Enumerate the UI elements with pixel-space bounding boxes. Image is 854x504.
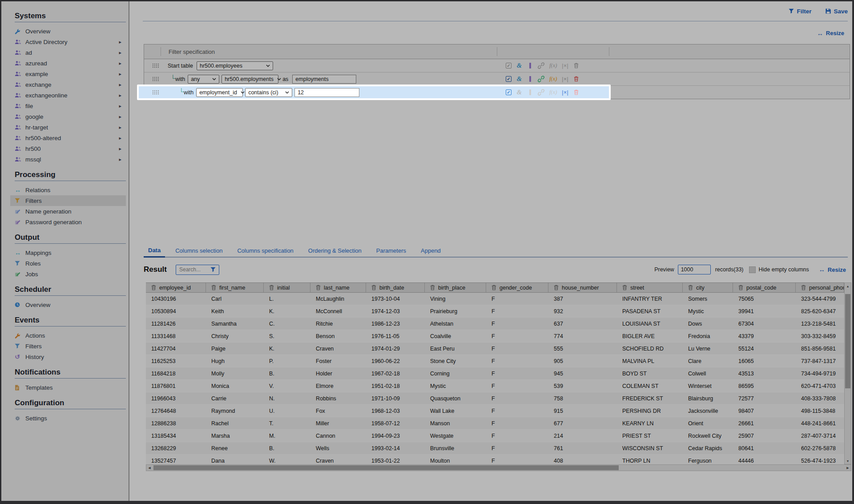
table-row[interactable]: 11966043CarrieN.Robbins1971-10-09Quasque… [146,392,844,405]
tab-parameters[interactable]: Parameters [372,244,411,257]
exclude-icon[interactable]: |×| [562,63,568,69]
tab-columns-specification[interactable]: Columns specification [233,244,298,257]
tab-append[interactable]: Append [416,244,445,257]
hide-empty-columns-checkbox[interactable] [749,266,756,273]
sidebar-item-systems-google[interactable]: google▸ [10,111,126,122]
quantifier-select[interactable]: any [188,75,219,84]
pipe-icon[interactable] [527,76,533,82]
table-row[interactable]: 10430196CarlL.McLaughlin1973-10-04Vining… [146,293,844,305]
table-row[interactable]: 11281426SamanthaC.Ritchie1986-12-23Athel… [146,318,844,330]
table-row[interactable]: 12764648RaymondU.Fox1968-12-03Wall LakeF… [146,405,844,417]
table-row[interactable]: 11331468ChristyS.Benson1976-11-05Coalvil… [146,330,844,343]
table-row[interactable]: 11876801MonicaV.Elmore1951-02-18MysticF5… [146,380,844,392]
drag-handle-icon[interactable] [152,77,159,81]
sidebar-item-events-filters[interactable]: Filters [10,341,126,351]
delete-column-icon[interactable] [211,285,216,290]
delete-column-icon[interactable] [151,285,156,290]
table-row[interactable]: 10530894KeithK.McConnell1974-12-03Prairi… [146,305,844,318]
ampersand-icon[interactable]: & [516,89,522,96]
resize-link-result[interactable]: ↔ Resize [819,266,846,273]
sidebar-item-output-jobs[interactable]: Jobs [10,269,126,279]
pipe-icon[interactable] [527,89,533,95]
sidebar-item-systems-ad[interactable]: ad▸ [10,47,126,58]
trash-icon[interactable] [573,89,579,95]
fx-icon[interactable]: f(x) [549,63,557,69]
exclude-icon[interactable]: |×| [562,90,568,95]
sidebar-item-scheduler-overview[interactable]: Overview [10,299,126,310]
sidebar-item-systems-hr500-altered[interactable]: hr500-altered▸ [10,133,126,143]
table-row[interactable]: 12886238RachelT.Miller1958-07-12MansonF6… [146,417,844,430]
exclude-icon[interactable]: |×| [562,77,568,82]
sidebar-item-systems-exchangeonline[interactable]: exchangeonline▸ [10,90,126,101]
fx-icon[interactable]: f(x) [549,76,557,82]
delete-column-icon[interactable] [622,285,627,290]
sidebar-item-systems-hr500[interactable]: hr500▸ [10,143,126,154]
link-icon[interactable] [538,89,544,96]
vertical-scroll-thumb[interactable] [845,294,850,388]
table-row[interactable]: 11427704PaigeK.Craven1974-01-29East Peru… [146,343,844,355]
sidebar-item-output-mappings[interactable]: ↔Mappings [10,247,126,258]
sidebar-item-systems-mssql[interactable]: mssql▸ [10,154,126,165]
checkbox-icon[interactable]: ✓ [506,63,512,69]
sidebar-item-events-actions[interactable]: Actions [10,330,126,341]
start-table-select[interactable]: hr500.employees [197,61,273,70]
related-table-select[interactable]: hr500.employments [222,75,278,84]
sidebar-item-processing-filters[interactable]: Filters [10,195,126,206]
delete-column-icon[interactable] [738,285,743,290]
sidebar-item-processing-name-generation[interactable]: Name generation [10,206,126,217]
delete-column-icon[interactable] [430,285,435,290]
tab-data[interactable]: Data [144,244,165,258]
sidebar-item-processing-relations[interactable]: ↔Relations [10,185,126,195]
table-row[interactable]: 11684218MollyB.Holder1967-02-18CorningF9… [146,367,844,380]
pipe-icon[interactable] [527,63,533,69]
trash-icon[interactable] [573,63,579,69]
delete-column-icon[interactable] [491,285,496,290]
fx-icon[interactable]: f(x) [549,89,557,95]
horizontal-scrollbar[interactable]: ◀ ▶ [146,464,851,471]
horizontal-scroll-thumb[interactable] [153,465,619,470]
sidebar-item-notifications-templates[interactable]: Templates [10,382,126,393]
table-row[interactable]: 13527457DanaW.Craven1953-01-22MoultonF40… [146,455,844,464]
sidebar-item-processing-password-generation[interactable]: Password generation [10,217,126,227]
scroll-down-button[interactable]: ▼ [845,458,851,464]
sidebar-item-systems-exchange[interactable]: exchange▸ [10,79,126,90]
field-select[interactable]: employment_id [196,88,243,97]
sidebar-item-output-roles[interactable]: Roles [10,258,126,269]
delete-column-icon[interactable] [269,285,274,290]
table-row[interactable]: 13185434MarshaM.Cannon1994-09-23Westgate… [146,430,844,442]
delete-column-icon[interactable] [801,285,806,290]
link-icon[interactable] [538,62,544,69]
scroll-up-button[interactable]: ▲ [845,283,851,289]
sidebar-item-systems-file[interactable]: file▸ [10,101,126,111]
delete-column-icon[interactable] [554,285,559,290]
resize-link-top[interactable]: ↔ Resize [817,30,844,36]
checkbox-icon[interactable]: ✓ [506,89,512,95]
sidebar-item-systems-active-directory[interactable]: Active Directory▸ [10,36,126,47]
sidebar-item-systems-overview[interactable]: Overview [10,26,126,36]
drag-handle-icon[interactable] [152,63,159,68]
delete-column-icon[interactable] [688,285,693,290]
sidebar-item-configuration-settings[interactable]: Settings [10,413,126,423]
sidebar-item-systems-azuread[interactable]: azuread▸ [10,58,126,69]
save-button[interactable]: Save [826,8,848,15]
scroll-right-button[interactable]: ▶ [845,466,851,470]
ampersand-icon[interactable]: & [516,62,522,69]
sidebar-item-events-history[interactable]: ↺History [10,351,126,362]
sidebar-item-systems-hr-target[interactable]: hr-target▸ [10,122,126,133]
trash-icon[interactable] [573,76,579,82]
alias-input[interactable]: employments [292,75,356,84]
condition-value-input[interactable]: 12 [294,88,359,97]
preview-count-input[interactable]: 1000 [678,265,711,274]
tab-ordering-selection[interactable]: Ordering & Selection [304,244,366,257]
scroll-left-button[interactable]: ◀ [146,466,153,470]
sidebar-item-systems-example[interactable]: example▸ [10,69,126,79]
ampersand-icon[interactable]: & [516,76,522,82]
delete-column-icon[interactable] [371,285,376,290]
link-icon[interactable] [538,76,544,82]
delete-column-icon[interactable] [316,285,321,290]
table-row[interactable]: 11625253HughP.Foster1960-06-22Stone City… [146,355,844,367]
tab-columns-selection[interactable]: Columns selection [171,244,227,257]
table-row[interactable]: 13268229ReneeB.Wells1993-02-14Brunsville… [146,442,844,455]
drag-handle-icon[interactable] [152,90,159,95]
search-input[interactable]: Search... [176,265,219,275]
